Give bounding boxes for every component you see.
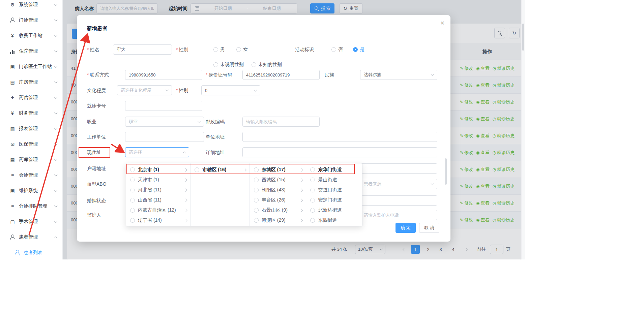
window-icon: ▣ bbox=[9, 188, 16, 193]
scrollbar-thumb[interactable] bbox=[522, 24, 524, 51]
modal-scrollbar-thumb[interactable] bbox=[445, 158, 447, 185]
chevron-right-icon bbox=[243, 168, 247, 172]
chevron-down-icon bbox=[198, 119, 201, 123]
radio-male[interactable]: 男 bbox=[213, 46, 225, 53]
radio-icon bbox=[310, 178, 315, 182]
visit-card-input[interactable] bbox=[125, 101, 202, 111]
patient-source-select[interactable]: 患者来源 bbox=[360, 179, 437, 189]
chevron-down-icon bbox=[54, 126, 58, 130]
radio-icon bbox=[254, 218, 259, 223]
cascader-option-neimenggu[interactable]: 内蒙古自治区 (12) bbox=[126, 205, 190, 215]
cascader-option-shijingshan[interactable]: 石景山区 (9) bbox=[250, 205, 306, 215]
confirm-button[interactable]: 确 定 bbox=[396, 223, 416, 233]
sidebar-item-warehouse[interactable]: ▤库房管理 bbox=[0, 74, 62, 90]
radio-yes[interactable]: 是 bbox=[353, 46, 364, 53]
chevron-down-icon bbox=[54, 64, 58, 68]
cascader-option-chaoyang[interactable]: 朝阳区 (43) bbox=[250, 185, 306, 195]
cascader-province-column: 北京市 (1) 天津市 (1) 河北省 (11) 山西省 (11) 内蒙古自治区… bbox=[126, 163, 191, 226]
gender-label: *性别 bbox=[176, 44, 188, 55]
education-select[interactable]: 请选择文化程度 bbox=[117, 85, 172, 95]
sidebar-item-inpatient[interactable]: 住院管理 bbox=[0, 43, 62, 59]
current-address-select[interactable]: 请选择 bbox=[125, 147, 189, 157]
cascader-option-dongcheng[interactable]: 东城区 (17) bbox=[250, 165, 306, 175]
close-icon[interactable]: × bbox=[440, 19, 444, 27]
cascader-option-dongsi[interactable]: 东四街道 bbox=[306, 215, 362, 225]
sidebar-item-charging-station[interactable]: ¥收费工作站 bbox=[0, 28, 62, 43]
sidebar-item-surgery[interactable]: ▢手术管理 bbox=[0, 214, 62, 229]
id-number-input[interactable] bbox=[242, 70, 320, 80]
cascader-option-xicheng[interactable]: 西城区 (15) bbox=[250, 175, 306, 185]
detail-address-input[interactable] bbox=[242, 147, 437, 157]
sidebar-item-outpatient[interactable]: 门诊管理 bbox=[0, 12, 62, 28]
cascader-option-donghuamen[interactable]: 东华门街道 bbox=[306, 165, 362, 175]
cascader-option-shanxi[interactable]: 山西省 (11) bbox=[126, 195, 190, 205]
sidebar-subitem-patient-list[interactable]: 患者列表 bbox=[0, 245, 62, 259]
radio-icon bbox=[130, 198, 135, 203]
cancel-button[interactable]: 取 消 bbox=[419, 223, 439, 233]
sidebar-item-report[interactable]: ▥报表管理 bbox=[0, 121, 62, 136]
contact-input[interactable] bbox=[125, 70, 202, 80]
registered-address-label: 户籍地址 bbox=[87, 163, 106, 174]
cascader-option-beijing[interactable]: 北京市 (1) bbox=[126, 165, 190, 175]
radio-unknown-gender[interactable]: 未知的性别 bbox=[252, 62, 282, 68]
chevron-down-icon bbox=[431, 72, 434, 76]
cascader-option-jiaodaokou[interactable]: 交道口街道 bbox=[306, 185, 362, 195]
gender-code-select[interactable]: 0 bbox=[201, 85, 260, 95]
sidebar-item-label: 维护系统 bbox=[19, 188, 55, 194]
chevron-right-icon bbox=[184, 178, 187, 182]
sidebar-item-consultation[interactable]: ≡会诊管理 bbox=[0, 167, 62, 183]
people-icon bbox=[9, 18, 16, 23]
chevron-right-icon bbox=[300, 178, 303, 182]
work-unit-input[interactable] bbox=[125, 132, 204, 142]
education-label: 文化程度 bbox=[87, 85, 106, 95]
sidebar-item-maintenance[interactable]: ▣维护系统 bbox=[0, 183, 62, 198]
cascader-option-tianjin[interactable]: 天津市 (1) bbox=[126, 175, 190, 185]
postal-code-input[interactable] bbox=[242, 117, 320, 127]
required-asterisk: * bbox=[87, 47, 89, 52]
name-label: *姓名 bbox=[87, 44, 99, 55]
cascader-option-liaoning[interactable]: 辽宁省 (14) bbox=[126, 215, 190, 225]
chevron-right-icon bbox=[184, 219, 187, 222]
medical-cross-icon: + bbox=[9, 95, 16, 100]
radio-icon bbox=[310, 167, 315, 172]
sidebar-item-finance[interactable]: ¥财务管理 bbox=[0, 105, 62, 121]
name-input[interactable] bbox=[113, 44, 172, 55]
chevron-down-icon bbox=[54, 95, 58, 99]
sidebar-item-insurance[interactable]: ✉医保管理 bbox=[0, 136, 62, 152]
sidebar-item-triage-queue[interactable]: ≡分诊排队管理 bbox=[0, 198, 62, 214]
occupation-label: 职业 bbox=[87, 117, 96, 127]
occupation-select[interactable]: 职业 bbox=[125, 117, 204, 127]
current-address-label: 现住址 bbox=[87, 147, 101, 157]
ethnicity-select[interactable]: 达斡尔族 bbox=[360, 70, 437, 80]
sidebar-item-pharmacy[interactable]: +药房管理 bbox=[0, 90, 62, 105]
radio-female[interactable]: 女 bbox=[236, 46, 248, 53]
unit-address-input[interactable] bbox=[242, 132, 437, 142]
ethnicity-value: 达斡尔族 bbox=[364, 72, 381, 78]
sidebar-item-outpatient-doctor[interactable]: ▣门诊医生工作站 bbox=[0, 59, 62, 74]
occupation-placeholder: 职业 bbox=[129, 119, 138, 125]
sidebar-item-patient[interactable]: 患者管理 bbox=[0, 229, 62, 245]
chevron-down-icon bbox=[54, 111, 58, 114]
cascader-option-hebei[interactable]: 河北省 (11) bbox=[126, 185, 190, 195]
radio-icon bbox=[236, 47, 241, 52]
radio-unspecified-gender[interactable]: 未说明性别 bbox=[213, 62, 244, 68]
radio-icon bbox=[195, 167, 199, 172]
sidebar-item-system[interactable]: ⚙系统管理 bbox=[0, 0, 62, 12]
sidebar: ⚙系统管理 门诊管理 ¥收费工作站 住院管理 ▣门诊医生工作站 ▤库房管理 +药… bbox=[0, 0, 63, 259]
cascader-option-andingmen[interactable]: 安定门街道 bbox=[306, 195, 362, 205]
cascader-option-beixinqiao[interactable]: 北新桥街道 bbox=[306, 205, 362, 215]
cascader-street-column: 东华门街道 景山街道 交道口街道 安定门街道 北新桥街道 东四街道 bbox=[306, 163, 362, 226]
cascader-option-jingshan[interactable]: 景山街道 bbox=[306, 175, 362, 185]
radio-icon bbox=[254, 198, 259, 203]
cascader-option-shixiaqu[interactable]: 市辖区 (16) bbox=[191, 165, 250, 175]
chevron-up-icon bbox=[54, 236, 58, 240]
sidebar-item-drugstore[interactable]: ▦药库管理 bbox=[0, 152, 62, 167]
cascader-option-haidian[interactable]: 海淀区 (29) bbox=[250, 215, 306, 225]
sidebar-item-label: 报表管理 bbox=[19, 126, 55, 132]
chevron-right-icon bbox=[300, 198, 303, 202]
radio-no[interactable]: 否 bbox=[331, 46, 343, 53]
chevron-down-icon bbox=[54, 204, 58, 207]
scrollbar-track[interactable] bbox=[521, 0, 525, 259]
cascader-option-fengtai[interactable]: 丰台区 (26) bbox=[250, 195, 306, 205]
guardian-phone-input[interactable] bbox=[360, 210, 437, 220]
